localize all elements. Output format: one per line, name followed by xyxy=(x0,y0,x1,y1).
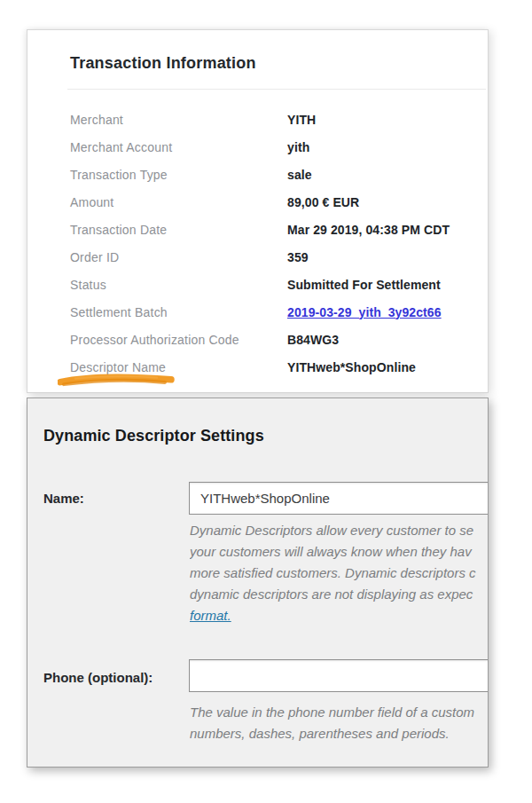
row-value: Mar 29 2019, 04:38 PM CDT xyxy=(287,223,450,237)
dynamic-descriptor-settings-panel: Dynamic Descriptor Settings Name: Dynami… xyxy=(27,398,489,768)
row-label: Order ID xyxy=(70,250,287,264)
transaction-row: Merchant Accountyith xyxy=(70,133,488,161)
transaction-row: Transaction Typesale xyxy=(70,161,488,188)
title-divider xyxy=(67,89,486,90)
row-label: Processor Authorization Code xyxy=(70,333,287,347)
settlement-batch-link[interactable]: 2019-03-29_yith_3y92ct66 xyxy=(287,305,442,319)
row-value: B84WG3 xyxy=(287,333,339,347)
transaction-row: Order ID359 xyxy=(70,243,488,271)
row-value: sale xyxy=(287,168,312,182)
row-value: YITHweb*ShopOnline xyxy=(287,360,416,374)
row-value: Submitted For Settlement xyxy=(287,278,441,292)
format-link[interactable]: format. xyxy=(190,608,231,623)
row-value: 89,00 € EUR xyxy=(287,195,359,209)
transaction-row: Amount89,00 € EUR xyxy=(70,188,488,216)
transaction-row: Settlement Batch2019-03-29_yith_3y92ct66 xyxy=(70,298,488,326)
transaction-row: Transaction DateMar 29 2019, 04:38 PM CD… xyxy=(70,216,488,243)
row-value: YITH xyxy=(287,113,316,127)
help-line: numbers, dashes, parentheses and periods… xyxy=(190,723,488,744)
transaction-row: MerchantYITH xyxy=(70,106,488,133)
transaction-rows: MerchantYITHMerchant AccountyithTransact… xyxy=(70,106,488,381)
name-field-label: Name: xyxy=(43,491,84,506)
row-label: Merchant xyxy=(70,113,287,127)
descriptor-name-input[interactable] xyxy=(189,482,489,515)
row-value: yith xyxy=(287,140,309,154)
transaction-information-panel: Transaction Information MerchantYITHMerc… xyxy=(27,29,489,393)
row-label: Status xyxy=(70,278,287,292)
help-line: Dynamic Descriptors allow every customer… xyxy=(190,520,488,541)
help-line: more satisfied customers. Dynamic descri… xyxy=(190,563,488,584)
help-line: your customers will always know when the… xyxy=(190,541,488,563)
phone-field-label: Phone (optional): xyxy=(43,670,153,685)
transaction-row: Processor Authorization CodeB84WG3 xyxy=(70,326,488,353)
row-value: 359 xyxy=(287,250,309,264)
help-line: format. xyxy=(190,605,488,626)
row-label: Merchant Account xyxy=(70,140,287,154)
orange-highlight-scribble xyxy=(58,373,176,390)
descriptor-phone-input[interactable] xyxy=(189,659,489,692)
transaction-row: StatusSubmitted For Settlement xyxy=(70,271,488,298)
help-line: The value in the phone number field of a… xyxy=(190,702,488,723)
name-help-text: Dynamic Descriptors allow every customer… xyxy=(190,520,488,626)
descriptor-name-label: Descriptor Name xyxy=(70,360,287,374)
panel-title: Transaction Information xyxy=(70,54,256,73)
row-label: Transaction Date xyxy=(70,223,287,237)
phone-help-text: The value in the phone number field of a… xyxy=(190,702,488,744)
row-label: Amount xyxy=(70,195,287,209)
settings-title: Dynamic Descriptor Settings xyxy=(43,427,264,445)
row-label: Transaction Type xyxy=(70,168,287,182)
row-label: Settlement Batch xyxy=(70,305,287,319)
help-line: dynamic descriptors are not displaying a… xyxy=(190,584,488,605)
